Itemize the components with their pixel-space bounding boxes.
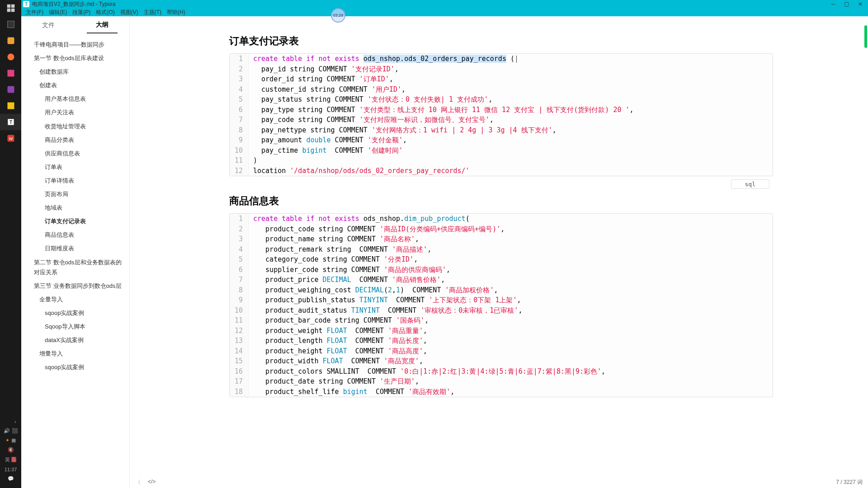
minimize-button[interactable]: ─ [831, 1, 835, 7]
code-line[interactable]: 10 pay_ctime bigint COMMENT '创建时间' [230, 145, 773, 156]
code-block-1[interactable]: 1create table if not exists ods_nshop.od… [229, 53, 773, 176]
line-number: 1 [230, 214, 249, 224]
tab-outline[interactable]: 大纲 [87, 17, 118, 33]
code-line[interactable]: 7 pay_code string COMMENT '支付对应唯一标识，如微信号… [230, 115, 773, 125]
titlebar: T 电商项目V2_数据同步.md - Typora ─ ▢ ✕ [21, 0, 868, 8]
outline-item[interactable]: 第一节 数仓ods层库表建设 [21, 52, 129, 65]
source-mode-icon[interactable]: </> [148, 479, 156, 486]
tray-icon-2[interactable]: ✦▦ [5, 437, 16, 443]
outline-item[interactable]: 全量导入 [21, 293, 129, 306]
outline-list[interactable]: 千锋电商项目——数据同步第一节 数仓ods层库表建设创建数据库创建表用户基本信息… [21, 34, 129, 488]
code-line[interactable]: 17 product_date string COMMENT '生产日期', [230, 376, 773, 387]
line-number: 5 [230, 94, 249, 105]
code-line[interactable]: 4 customer_id string COMMENT '用户ID', [230, 84, 773, 95]
outline-item[interactable]: 收货地址管理表 [21, 120, 129, 133]
clock[interactable]: 11:37 [5, 467, 17, 472]
code-line[interactable]: 9 pay_amount double COMMENT '支付金额', [230, 135, 773, 145]
outline-item[interactable]: 用户关注表 [21, 106, 129, 119]
outline-item[interactable]: 日期维度表 [21, 242, 129, 255]
code-line[interactable]: 7 product_price DECIMAL COMMENT '商品销售价格'… [230, 275, 773, 285]
app-icon-4[interactable] [0, 65, 21, 81]
tray-icon-1[interactable]: 🔊⬛ [4, 428, 18, 434]
close-button[interactable]: ✕ [858, 1, 863, 7]
outline-item[interactable]: sqoop实战案例 [21, 306, 129, 320]
sidebar: 文件 大纲 千锋电商项目——数据同步第一节 数仓ods层库表建设创建数据库创建表… [21, 16, 130, 488]
outline-item[interactable]: 订单详情表 [21, 174, 129, 188]
start-icon[interactable] [0, 0, 21, 16]
line-number: 12 [230, 166, 249, 176]
app-icon-5[interactable] [0, 81, 21, 98]
outline-item[interactable]: 创建表 [21, 79, 129, 92]
code-line[interactable]: 12 product_weight FLOAT COMMENT '商品重量', [230, 326, 773, 336]
code-line[interactable]: 13 product_length FLOAT COMMENT '商品长度', [230, 336, 773, 346]
code-line[interactable]: 14 product_height FLOAT COMMENT '商品高度', [230, 346, 773, 357]
expand-icon[interactable]: › [14, 419, 16, 424]
line-number: 8 [230, 285, 249, 296]
outline-item[interactable]: 商品分类表 [21, 133, 129, 147]
menu-item[interactable]: 文件(F) [23, 9, 46, 16]
code-line[interactable]: 9 product_publish_status TINYINT COMMENT… [230, 295, 773, 305]
menu-item[interactable]: 段落(P) [70, 9, 93, 16]
wps-icon[interactable]: W [0, 130, 21, 146]
outline-item[interactable]: 商品信息表 [21, 228, 129, 242]
code-line[interactable]: 5 category_code string COMMENT '分类ID', [230, 254, 773, 265]
code-line[interactable]: 1create table if not exists ods_nshop.od… [230, 54, 773, 64]
code-line[interactable]: 15 product_width FLOAT COMMENT '商品宽度', [230, 356, 773, 366]
word-count[interactable]: 7 / 3227 词 [836, 479, 863, 486]
code-block-2[interactable]: 1create table if not exists ods_nshop.di… [229, 213, 773, 397]
code-line[interactable]: 11) [230, 155, 773, 166]
scrollbar[interactable] [863, 16, 867, 476]
code-line[interactable]: 10 product_audit_status TINYINT COMMENT … [230, 305, 773, 316]
outline-item[interactable]: 第二节 数仓ods层和业务数据表的对应关系 [21, 256, 129, 279]
code-lang-badge[interactable]: sql [731, 179, 769, 189]
code-line[interactable]: 6 supplier_code string COMMENT '商品的供应商编码… [230, 265, 773, 275]
app-icon-1[interactable] [0, 16, 21, 33]
menu-item[interactable]: 帮助(H) [164, 9, 188, 16]
app-icon-6[interactable] [0, 98, 21, 114]
code-line[interactable]: 11 product_bar_code string COMMENT '国条码'… [230, 315, 773, 326]
code-line[interactable]: 3 order_id string COMMENT '订单ID', [230, 74, 773, 84]
tray-mute-icon[interactable]: 🔇 [8, 447, 14, 453]
outline-item[interactable]: 用户基本信息表 [21, 92, 129, 106]
code-line[interactable]: 6 pay_type string COMMENT '支付类型：线上支付 10 … [230, 105, 773, 115]
code-line[interactable]: 2 product_code string COMMENT '商品ID(分类编码… [230, 224, 773, 235]
tab-files[interactable]: 文件 [33, 18, 64, 33]
outline-item[interactable]: 订单表 [21, 160, 129, 174]
typora-icon[interactable]: T [0, 114, 21, 130]
menu-item[interactable]: 格式(O) [93, 9, 117, 16]
code-line[interactable]: 1create table if not exists ods_nshop.di… [230, 214, 773, 224]
outline-item[interactable]: 增量导入 [21, 347, 129, 361]
statusbar: 〈 </> 7 / 3227 词 [130, 476, 868, 488]
firefox-icon[interactable] [0, 49, 21, 65]
back-icon[interactable]: 〈 [135, 479, 141, 486]
outline-item[interactable]: sqoop实战案例 [21, 361, 129, 374]
code-line[interactable]: 8 pay_nettype string COMMENT '支付网络方式：1 w… [230, 125, 773, 136]
outline-item[interactable]: 创建数据库 [21, 65, 129, 79]
outline-item[interactable]: 页面布局 [21, 188, 129, 201]
svg-rect-0 [7, 5, 10, 8]
menu-item[interactable]: 主题(T) [141, 9, 164, 16]
outline-item[interactable]: 订单支付记录表 [21, 215, 129, 228]
timer-overlay: 03:28 [331, 8, 345, 23]
code-line[interactable]: 3 product_name string COMMENT '商品名称', [230, 234, 773, 244]
code-line[interactable]: 8 product_weighing_cost DECIMAL(2,1) COM… [230, 285, 773, 296]
app-icon-2[interactable] [0, 33, 21, 49]
code-line[interactable]: 4 product_remark string COMMENT '商品描述', [230, 244, 773, 255]
code-line[interactable]: 2 pay_id string COMMENT '支付记录ID', [230, 64, 773, 75]
menu-item[interactable]: 视图(V) [118, 9, 141, 16]
outline-item[interactable]: dataX实战案例 [21, 333, 129, 347]
code-line[interactable]: 16 product_colors SMALLINT COMMENT '0:白|… [230, 366, 773, 377]
menu-item[interactable]: 编辑(E) [46, 9, 70, 16]
outline-item[interactable]: 第三节 业务数据同步到数仓ods层 [21, 279, 129, 293]
ime-indicator[interactable]: 英 S [5, 456, 16, 463]
notification-icon[interactable]: 💬 [8, 476, 14, 482]
outline-item[interactable]: Sqoop导入脚本 [21, 320, 129, 333]
code-line[interactable]: 12location '/data/nshop/ods/ods_02_order… [230, 166, 773, 176]
maximize-button[interactable]: ▢ [844, 1, 849, 7]
outline-item[interactable]: 地域表 [21, 201, 129, 215]
outline-item[interactable]: 千锋电商项目——数据同步 [21, 38, 129, 52]
code-line[interactable]: 5 pay_status string COMMENT '支付状态：0 支付失败… [230, 94, 773, 105]
editor-content[interactable]: 订单支付记录表 1create table if not exists ods_… [130, 16, 868, 488]
code-line[interactable]: 18 product_shelf_life bigint COMMENT '商品… [230, 387, 773, 397]
outline-item[interactable]: 供应商信息表 [21, 147, 129, 160]
